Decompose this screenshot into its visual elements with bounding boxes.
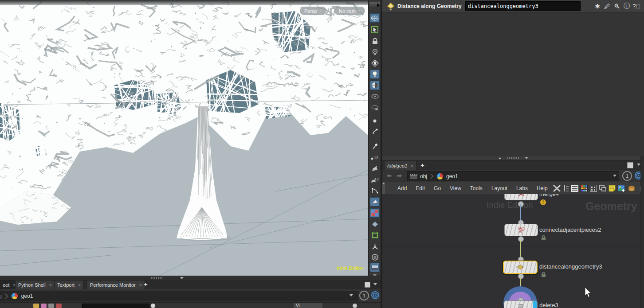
forward-arrow-icon[interactable]: ➡ <box>397 172 402 179</box>
normal-lighting-icon[interactable] <box>370 70 380 79</box>
select-tool-icon[interactable] <box>370 25 380 34</box>
pane-menu-icon[interactable] <box>637 164 640 166</box>
vertical-pane-splitter[interactable] <box>382 156 644 160</box>
help-icon[interactable]: ?⃝ <box>632 3 641 10</box>
mini-round-icon[interactable] <box>151 304 155 308</box>
mini-icon[interactable] <box>56 304 62 308</box>
splitter-grip[interactable] <box>151 277 162 279</box>
path-history-icon[interactable] <box>613 175 617 177</box>
new-tab-button[interactable]: + <box>144 281 148 288</box>
splitter-down-icon[interactable] <box>525 157 528 159</box>
pane-maximize-icon[interactable] <box>627 162 633 168</box>
hide-geometry-icon[interactable] <box>370 92 380 101</box>
axis-jack-icon[interactable] <box>370 242 380 251</box>
circle-menu-icon[interactable] <box>370 253 380 262</box>
node-distancealonggeometry3[interactable] <box>503 261 538 274</box>
background-image-icon[interactable] <box>618 185 625 192</box>
node-name-input[interactable] <box>465 1 581 11</box>
node-label-distancealonggeometry3[interactable]: distancealonggeometry3 <box>539 263 602 270</box>
tab-textport[interactable]: Textport × <box>54 280 84 289</box>
node-connectadjacentpieces2[interactable] <box>504 224 538 236</box>
list-view-icon[interactable] <box>571 185 578 192</box>
no-lights-icon[interactable] <box>370 47 380 57</box>
wrench-icon[interactable] <box>553 185 561 192</box>
tab-performance-monitor[interactable]: Performance Monitor × <box>87 280 145 289</box>
mini-icon[interactable] <box>33 304 39 308</box>
splitter-collapse-icon[interactable] <box>180 277 184 279</box>
menu-go[interactable]: Go <box>429 185 445 191</box>
close-icon[interactable]: × <box>49 283 52 288</box>
gear-icon[interactable]: ✱ <box>593 3 602 10</box>
node-label-merge4[interactable]: merge4 <box>539 194 559 197</box>
tree-view-icon[interactable] <box>563 185 569 192</box>
menu-edit[interactable]: Edit <box>411 185 429 191</box>
menu-tools[interactable]: Tools <box>466 185 487 191</box>
close-icon[interactable]: × <box>78 283 81 288</box>
point-trail-icon[interactable] <box>370 127 380 136</box>
grid-layout-icon[interactable] <box>590 185 597 192</box>
color-palette-icon[interactable] <box>581 185 588 192</box>
menu-labs[interactable]: Labs <box>512 185 532 191</box>
new-tab-button[interactable]: + <box>420 161 424 169</box>
node-merge4[interactable] <box>504 194 538 200</box>
prim-normal-icon[interactable] <box>370 164 380 173</box>
menu-layout[interactable]: Layout <box>487 185 512 191</box>
windows-icon[interactable] <box>599 185 606 192</box>
display-options-icon[interactable] <box>370 219 380 229</box>
node-label-connectadjacentpieces2[interactable]: connectadjacentpieces2 <box>539 226 601 233</box>
loop-count-badge[interactable]: 1 <box>359 291 369 300</box>
lock-icon[interactable] <box>370 36 380 46</box>
search-icon[interactable]: 🔍︎ <box>612 3 622 10</box>
tab-python-shell[interactable]: Python Shell × <box>15 280 55 289</box>
loop-count-badge[interactable]: 1 <box>622 171 632 181</box>
crumb-obj[interactable]: obj <box>420 173 427 179</box>
scroll-left-handle[interactable] <box>382 182 385 195</box>
mini-input[interactable] <box>82 304 149 308</box>
splitter-up-icon[interactable] <box>499 157 501 159</box>
stash-box-icon[interactable] <box>628 185 636 192</box>
shaded-normals-icon[interactable] <box>370 197 380 207</box>
sticky-note-icon[interactable] <box>609 185 616 192</box>
scene-viewport[interactable]: Persp No cam Indie Edition <box>0 0 368 276</box>
menu-view[interactable]: View <box>445 185 466 191</box>
mini-view-menu[interactable]: Vi <box>294 303 322 308</box>
crumb-geo1[interactable]: geo1 <box>21 293 33 299</box>
pane-maximize-icon[interactable] <box>365 282 370 288</box>
close-icon[interactable]: × <box>411 164 413 168</box>
warning-badge-icon[interactable]: ! <box>540 199 546 205</box>
vertex-marker-icon[interactable] <box>370 142 380 151</box>
headlight-icon[interactable] <box>370 58 380 68</box>
network-path-field[interactable]: obj geo1 <box>407 171 619 181</box>
brush-icon[interactable]: 🖉 <box>602 3 612 10</box>
crumb-geo1[interactable]: geo1 <box>446 173 458 179</box>
display-flag[interactable] <box>533 301 537 308</box>
close-icon[interactable]: × <box>139 283 142 288</box>
point-marker-icon[interactable] <box>370 116 380 125</box>
camera-select-menu[interactable]: No cam <box>334 7 365 15</box>
point-numbers-icon[interactable]: 12 <box>370 153 380 162</box>
pane-menu-icon[interactable] <box>373 283 377 285</box>
node-label-delete3[interactable]: delete3 <box>539 302 558 308</box>
back-arrow-icon[interactable]: ⬅ <box>387 172 392 179</box>
network-vertical-scrollbar[interactable] <box>640 156 644 308</box>
view-layout-icon[interactable] <box>370 13 380 23</box>
radial-menu-icon[interactable] <box>371 291 380 300</box>
group-frame-icon[interactable] <box>370 230 380 240</box>
menu-add[interactable]: Add <box>393 185 411 191</box>
path-history-icon[interactable] <box>349 294 353 296</box>
node-type-diamond-icon[interactable] <box>386 1 396 11</box>
mini-icon[interactable] <box>48 304 54 308</box>
network-editor-canvas[interactable]: Indie Edition Geometry merge4 ! connecta… <box>382 194 644 308</box>
network-path-tab[interactable]: /obj/geo1 × <box>384 161 416 170</box>
splitter-grip[interactable] <box>507 157 519 159</box>
vertical-pane-divider[interactable] <box>381 0 382 308</box>
info-icon[interactable]: ⓘ <box>622 2 632 10</box>
ghost-geometry-icon[interactable] <box>370 103 380 113</box>
menu-help[interactable]: Help <box>532 185 552 191</box>
toolbar-expand-handle[interactable] <box>369 2 380 8</box>
camera-persp-menu[interactable]: Persp <box>300 7 326 15</box>
mini-round-icon[interactable] <box>353 304 357 308</box>
uv-checker-icon[interactable] <box>370 208 380 218</box>
prim-numbers-icon[interactable]: 12 <box>370 175 380 184</box>
mini-icon[interactable] <box>41 304 47 308</box>
